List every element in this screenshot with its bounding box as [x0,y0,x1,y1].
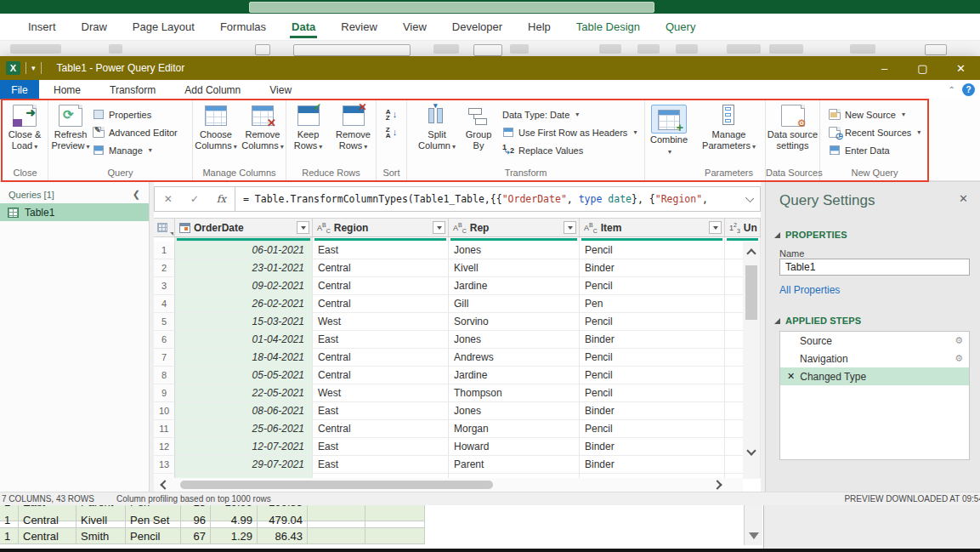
grid-cell[interactable]: East [313,242,449,259]
grid-cell[interactable]: 09-02-2021 [175,277,313,295]
grid-cell[interactable]: 25-06-2021 [175,420,313,438]
pq-tab-view[interactable]: View [255,80,306,100]
grid-cell[interactable]: Jones [449,331,580,349]
column-header-rep[interactable]: ABCRep [449,218,580,237]
delete-step-icon[interactable]: ✕ [787,371,795,382]
query-settings-close-icon[interactable]: ✕ [959,192,968,205]
grid-cell[interactable]: Howard [449,438,580,456]
row-number[interactable]: 5 [154,313,175,331]
column-filter-icon[interactable] [564,221,576,234]
grid-cell[interactable]: 26-02-2021 [175,295,313,313]
choose-columns-button[interactable]: Choose Columns▾ [194,103,239,152]
properties-section-header[interactable]: PROPERTIES [774,230,847,240]
excel-search-box[interactable] [249,2,654,13]
grid-vertical-scrollbar[interactable] [743,242,760,479]
grid-cell[interactable]: Pencil [580,313,725,331]
all-properties-link[interactable]: All Properties [779,284,840,296]
excel-menu-tab-page-layout[interactable]: Page Layout [120,14,207,40]
properties-button[interactable]: Properties [93,105,178,123]
remove-columns-button[interactable]: ✕ Remove Columns▾ [241,103,286,152]
manage-button[interactable]: Manage▾ [93,141,178,159]
excel-menu-tab-draw[interactable]: Draw [69,14,120,40]
row-number[interactable]: 13 [154,456,175,474]
row-number[interactable]: 12 [154,438,175,456]
column-header-region[interactable]: ABCRegion [313,218,449,237]
grid-cell[interactable]: 06-01-2021 [175,242,313,259]
remove-rows-button[interactable]: ✕ Remove Rows▾ [331,103,376,152]
combine-button[interactable]: + Combine ▾ [647,103,691,157]
group-by-button[interactable]: Group By [460,103,497,151]
grid-cell[interactable]: 15-03-2021 [175,313,313,331]
excel-menu-tab-table-design[interactable]: Table Design [564,14,653,40]
new-source-button[interactable]: New Source▾ [829,105,929,123]
scroll-down-icon[interactable] [746,446,756,455]
row-number[interactable]: 7 [154,349,175,367]
grid-cell[interactable]: Binder [580,331,725,349]
row-number[interactable]: 4 [154,295,175,313]
grid-cell[interactable]: East [313,438,449,456]
excel-menu-tab-help[interactable]: Help [515,14,564,40]
queries-collapse-icon[interactable]: ❮ [133,189,140,200]
pq-tab-file[interactable]: File [0,80,39,100]
formula-input[interactable]: = Table.TransformColumnTypes(Table1_Tabl… [235,186,761,212]
grid-cell[interactable]: Morgan [449,420,580,438]
vertical-scroll-thumb[interactable] [745,265,757,320]
grid-cell[interactable]: Central [313,259,449,277]
formula-expand-icon[interactable] [745,194,754,202]
grid-cell[interactable]: Central [313,277,449,295]
column-filter-icon[interactable] [433,221,445,234]
grid-cell[interactable]: 18-04-2021 [175,349,313,367]
formula-cancel-icon[interactable]: ✕ [155,187,181,211]
row-number[interactable]: 9 [154,384,175,402]
grid-cell[interactable]: Binder [580,438,725,456]
help-icon[interactable]: ? [962,83,975,96]
column-header-uni[interactable]: 123Uni [725,218,761,237]
grid-cell[interactable]: Pencil [580,277,725,295]
sort-ascending-button[interactable]: AZ↓ [386,105,397,123]
row-number[interactable]: 2 [154,259,175,277]
excel-menu-tab-review[interactable]: Review [328,14,390,40]
excel-menu-tab-view[interactable]: View [390,14,439,40]
grid-cell[interactable]: Pencil [580,242,725,259]
status-profiling[interactable]: Column profiling based on top 1000 rows [116,494,271,504]
grid-cell[interactable]: West [313,384,449,402]
row-number[interactable]: 3 [154,277,175,295]
grid-cell[interactable]: Andrews [449,349,580,367]
sort-descending-button[interactable]: ZA↓ [386,123,397,141]
row-number[interactable]: 6 [154,331,175,349]
manage-parameters-button[interactable]: Manage Parameters▾ [695,103,763,152]
collapse-ribbon-icon[interactable]: ⌃ [949,85,955,94]
excel-menu-tab-query[interactable]: Query [653,14,708,40]
grid-cell[interactable]: Jones [449,242,580,259]
use-first-row-as-headers-button[interactable]: Use First Row as Headers▾ [502,123,637,141]
grid-cell[interactable]: Central [313,420,449,438]
advanced-editor-button[interactable]: ✎ Advanced Editor [93,123,178,141]
excel-menu-tab-data[interactable]: Data [279,14,328,40]
excel-sheet-scrollbar[interactable] [744,505,762,545]
grid-cell[interactable]: Binder [580,259,725,277]
row-number[interactable]: 11 [154,420,175,438]
formula-accept-icon[interactable]: ✓ [181,187,207,211]
pq-tab-add-column[interactable]: Add Column [170,80,255,100]
maximize-button[interactable]: ▢ [904,56,942,80]
grid-cell[interactable]: 22-05-2021 [175,384,313,402]
refresh-preview-button[interactable]: ⟳ Refresh Preview▾ [48,103,93,152]
applied-step-changed-type[interactable]: ✕Changed Type [780,367,969,385]
data-source-settings-button[interactable]: ⚙ Data source settings [767,103,819,151]
grid-cell[interactable]: West [313,313,449,331]
grid-cell[interactable]: Pencil [580,367,725,384]
grid-cell[interactable]: Binder [580,402,725,420]
grid-cell[interactable]: Pencil [580,349,725,367]
grid-cell[interactable]: 08-06-2021 [175,402,313,420]
step-settings-gear-icon[interactable]: ⚙ [955,335,963,346]
step-settings-gear-icon[interactable]: ⚙ [955,353,963,364]
enter-data-button[interactable]: Enter Data [829,141,929,159]
data-type-button[interactable]: Data Type: Date▾ [502,105,637,123]
grid-horizontal-scrollbar[interactable] [154,478,743,492]
minimize-button[interactable]: – [865,56,904,80]
grid-cell[interactable]: Jones [449,402,580,420]
grid-cell[interactable]: Kivell [449,259,580,277]
grid-cell[interactable]: Pen [580,295,725,313]
grid-cell[interactable]: Central [313,349,449,367]
pq-tab-transform[interactable]: Transform [95,80,170,100]
